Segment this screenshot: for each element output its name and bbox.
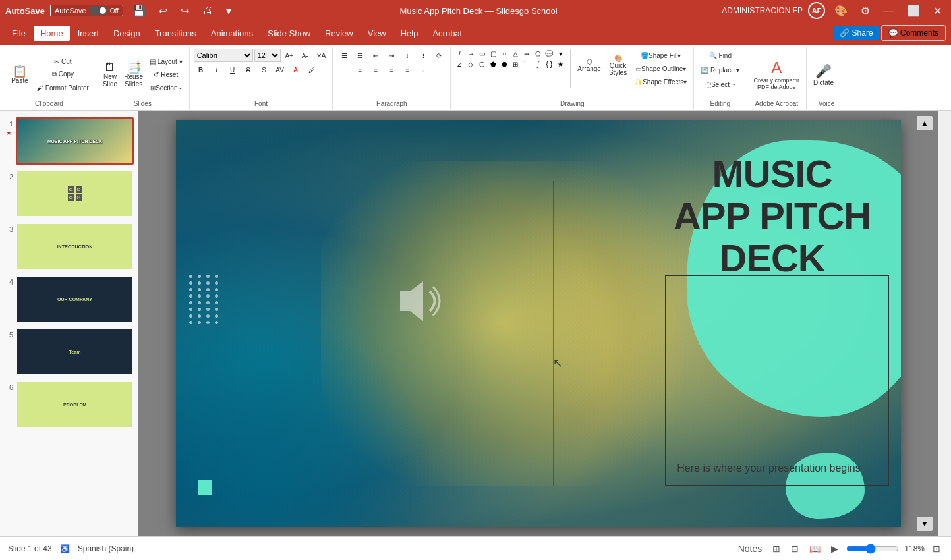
slide-thumb-2[interactable]: 2 01 02 03 04: [3, 169, 135, 219]
slideshow-button[interactable]: ▶: [828, 542, 841, 555]
shape2-4[interactable]: ⬟: [488, 59, 498, 69]
slide-sorter-button[interactable]: ⊟: [788, 542, 801, 555]
minimize-button[interactable]: —: [879, 3, 898, 18]
slide-thumb-img-6[interactable]: PROBLEM: [16, 381, 134, 428]
settings-icon[interactable]: ⚙: [857, 3, 874, 18]
menu-file[interactable]: File: [5, 26, 32, 41]
shape2-7[interactable]: ⌒: [522, 59, 531, 69]
bullets-button[interactable]: ☰: [337, 49, 351, 62]
customize-button[interactable]: ▾: [222, 3, 235, 18]
underline-button[interactable]: U: [225, 63, 240, 76]
shape2-3[interactable]: ⬡: [477, 59, 486, 69]
highlight-button[interactable]: 🖊: [304, 63, 319, 76]
more-shapes[interactable]: ▾: [556, 49, 565, 58]
menu-transitions[interactable]: Transitions: [148, 26, 203, 41]
right-arrow-shape[interactable]: ⇒: [522, 49, 531, 58]
font-family-select[interactable]: CalibriArialTimes New Roman: [194, 49, 253, 62]
print-button[interactable]: 🖨: [198, 3, 217, 18]
reset-button[interactable]: ↺ Reset: [147, 68, 185, 81]
autosave-badge[interactable]: AutoSave Off: [50, 5, 123, 16]
redo-button[interactable]: ↪: [177, 3, 193, 18]
quick-styles-button[interactable]: 🎨 QuickStyles: [606, 49, 629, 82]
user-avatar[interactable]: AF: [808, 2, 825, 19]
dictate-button[interactable]: 🎤 Dictate: [811, 58, 836, 91]
shadow-button[interactable]: S: [257, 63, 272, 76]
share-button[interactable]: 🔗 Share: [833, 26, 879, 40]
menu-design[interactable]: Design: [107, 26, 146, 41]
menu-help[interactable]: Help: [394, 26, 425, 41]
new-slide-button[interactable]: 🗒 NewSlide: [100, 59, 120, 90]
slide-thumb-img-2[interactable]: 01 02 03 04: [16, 170, 134, 217]
notes-button[interactable]: Notes: [735, 542, 765, 555]
clear-format-button[interactable]: ✕A: [314, 49, 329, 62]
font-size-select[interactable]: 1214161824: [254, 49, 281, 62]
menu-review[interactable]: Review: [318, 26, 360, 41]
slide-canvas[interactable]: MUSIC APP PITCH DECK Here is where your …: [138, 111, 938, 536]
slide-thumb-6[interactable]: 6 PROBLEM: [3, 379, 135, 430]
font-color-button[interactable]: A: [289, 63, 303, 76]
reading-view-button[interactable]: 📖: [807, 542, 823, 555]
format-painter-button[interactable]: 🖌 Format Painter: [34, 81, 92, 94]
slide-thumb-3[interactable]: 3 INTRODUCTION: [3, 221, 135, 271]
slide-thumb-5[interactable]: 5 Team: [3, 327, 135, 377]
undo-button[interactable]: ↩: [155, 3, 171, 18]
autosave-toggle[interactable]: [89, 6, 107, 15]
layout-button[interactable]: ▤ Layout ▾: [147, 55, 185, 68]
text-direction-button[interactable]: ⟳: [432, 49, 446, 62]
adobe-create-button[interactable]: A Crear y compartirPDF de Adobe: [751, 57, 803, 92]
copy-button[interactable]: ⧉ Copy: [34, 68, 92, 81]
shape2-5[interactable]: ⬣: [500, 59, 509, 69]
shape-fill-button[interactable]: 🪣 Shape Fill ▾: [632, 49, 689, 62]
scroll-up[interactable]: ▲: [917, 116, 933, 130]
right-panel-scrollbar[interactable]: [938, 111, 951, 536]
char-spacing-button[interactable]: AV: [273, 63, 287, 76]
align-center-button[interactable]: ≡: [368, 63, 383, 76]
restore-button[interactable]: ⬜: [903, 3, 924, 18]
find-button[interactable]: 🔍 Find: [706, 49, 734, 62]
replace-button[interactable]: 🔄 Replace ▾: [698, 63, 742, 76]
slide-thumb-img-4[interactable]: OUR COMPANY: [16, 275, 134, 323]
callout-shape[interactable]: 💬: [544, 49, 554, 58]
numbering-button[interactable]: ☷: [353, 49, 367, 62]
slide-thumb-img-5[interactable]: Team: [16, 328, 134, 376]
select-button[interactable]: ⬚ Select ~: [703, 78, 737, 91]
shape2-9[interactable]: { }: [544, 59, 554, 69]
justify-button[interactable]: ≡: [400, 63, 415, 76]
shape2-8[interactable]: ∫: [533, 59, 542, 69]
shape2-2[interactable]: ◇: [466, 59, 475, 69]
cut-button[interactable]: ✂ Cut: [34, 55, 92, 68]
arrow-shape[interactable]: →: [466, 49, 475, 58]
line-shape[interactable]: /: [455, 49, 464, 58]
arrange-button[interactable]: ⬡ Arrange: [575, 49, 604, 82]
menu-insert[interactable]: Insert: [71, 26, 106, 41]
slide-thumb-img-1[interactable]: MUSIC APP PITCH DECK: [16, 117, 134, 165]
italic-button[interactable]: I: [210, 63, 224, 76]
menu-animations[interactable]: Animations: [204, 26, 260, 41]
shape2-6[interactable]: ⊞: [511, 59, 520, 69]
section-button[interactable]: ⊞ Section -: [147, 81, 185, 94]
close-button[interactable]: ✕: [929, 3, 946, 18]
ellipse-shape[interactable]: ○: [500, 49, 509, 58]
menu-slideshow[interactable]: Slide Show: [261, 26, 317, 41]
shape2-10[interactable]: ★: [556, 59, 565, 69]
pentagon-shape[interactable]: ⬠: [533, 49, 542, 58]
round-rect-shape[interactable]: ▢: [488, 49, 498, 58]
comments-button[interactable]: 💬 Comments: [881, 25, 946, 41]
shape2-1[interactable]: ⊿: [455, 59, 464, 69]
zoom-slider[interactable]: [846, 544, 899, 554]
slide-thumb-img-3[interactable]: INTRODUCTION: [16, 223, 134, 270]
save-button[interactable]: 💾: [129, 3, 150, 18]
strikethrough-button[interactable]: S: [241, 63, 256, 76]
shape-outline-button[interactable]: ▭ Shape Outline ▾: [632, 62, 689, 75]
columns-button[interactable]: ⫶: [416, 49, 430, 62]
increase-font-button[interactable]: A+: [282, 49, 297, 62]
slide-thumb-1[interactable]: 1 ★ MUSIC APP PITCH DECK: [3, 116, 135, 166]
triangle-shape[interactable]: △: [511, 49, 520, 58]
indent-less-button[interactable]: ⇤: [368, 49, 383, 62]
shape-effects-button[interactable]: ✨ Shape Effects ▾: [632, 75, 689, 88]
menu-acrobat[interactable]: Acrobat: [426, 26, 469, 41]
normal-view-button[interactable]: ⊞: [770, 542, 783, 555]
decrease-font-button[interactable]: A-: [298, 49, 312, 62]
line-spacing-button[interactable]: ↕: [400, 49, 415, 62]
slide-thumb-4[interactable]: 4 OUR COMPANY: [3, 274, 135, 324]
